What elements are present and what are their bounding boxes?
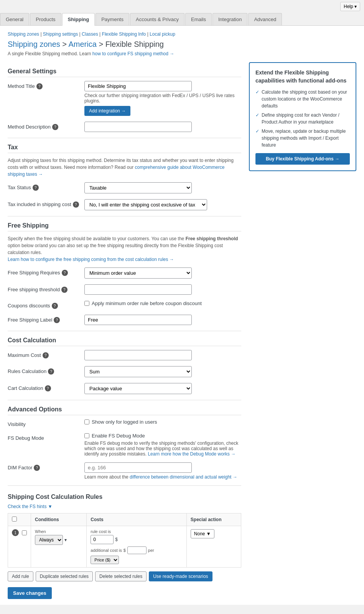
dim-factor-help[interactable]: ?: [34, 465, 40, 471]
promo-features-list: Calculate the shipping cost based on you…: [255, 89, 350, 149]
shipping-sub-nav: Shipping zones | Shipping settings | Cla…: [8, 31, 356, 37]
add-integration-button[interactable]: Add integration →: [84, 106, 130, 116]
promo-feature-1: Calculate the shipping cost based on you…: [255, 89, 350, 109]
dim-factor-input[interactable]: [84, 462, 192, 473]
tax-status-select[interactable]: Taxable None: [84, 182, 192, 193]
price-select-wrapper: Price ($) Weight Quantity Volume: [91, 556, 182, 564]
rules-calculation-select[interactable]: Sum Smallest value Biggest value: [84, 366, 192, 377]
tax-included-select[interactable]: No, I will enter the shipping cost exclu…: [84, 199, 207, 210]
rule-row-checkbox[interactable]: [22, 530, 27, 535]
tab-advanced[interactable]: Advanced: [248, 13, 282, 25]
select-all-checkbox[interactable]: [12, 517, 17, 522]
col-conditions: Conditions: [31, 513, 87, 526]
delete-rules-button[interactable]: Delete selected rules: [95, 571, 147, 581]
rule-cost-input[interactable]: [91, 535, 114, 544]
maximum-cost-row: Maximum Cost ?: [8, 350, 241, 360]
table-row: 1 When Always: [8, 526, 241, 568]
tab-shipping[interactable]: Shipping: [62, 13, 95, 26]
none-dropdown-button[interactable]: None ▼: [191, 529, 214, 538]
method-description-help[interactable]: ?: [52, 124, 58, 130]
tab-general[interactable]: General: [0, 13, 29, 25]
tab-emails[interactable]: Emails: [185, 13, 212, 25]
help-button[interactable]: Help ▾: [340, 2, 360, 11]
promo-sidebar: Extend the Flexible Shipping capabilitie…: [249, 62, 356, 599]
maximum-cost-input[interactable]: [84, 350, 192, 360]
method-description-input[interactable]: [84, 122, 192, 132]
fs-hints-link[interactable]: Check the FS hints ▼: [8, 504, 53, 509]
cart-calculation-select[interactable]: Package value Cart value: [84, 383, 192, 394]
additional-cost-label: additional cost is: [91, 548, 122, 553]
tab-accounts-privacy[interactable]: Accounts & Privacy: [130, 13, 184, 25]
local-pickup-link[interactable]: Local pickup: [150, 31, 175, 37]
rules-table: Conditions Costs Special action 1: [8, 513, 241, 568]
visibility-label: Show only for logged in users: [92, 419, 157, 425]
free-shipping-label-help[interactable]: ?: [54, 317, 60, 323]
buy-addons-button[interactable]: Buy Flexible Shipping Add-ons →: [255, 153, 350, 165]
chevron-down-icon: ▾: [64, 537, 67, 543]
free-shipping-requires-select[interactable]: Minimum order value Coupon Minimum order…: [84, 267, 192, 279]
duplicate-rules-button[interactable]: Duplicate selected rules: [36, 571, 93, 581]
price-select[interactable]: Price ($) Weight Quantity Volume: [91, 556, 119, 564]
tax-section-title: Tax: [8, 144, 241, 153]
general-settings-title: General Settings: [8, 68, 241, 77]
page-subtitle: A single Flexible Shipping method. Learn…: [8, 51, 356, 56]
free-shipping-label-input[interactable]: [84, 315, 192, 325]
shipping-zones-breadcrumb-link[interactable]: Shipping zones: [8, 40, 60, 48]
when-label: When: [35, 529, 82, 534]
promo-feature-2: Define shipping cost for each Vendor / P…: [255, 112, 350, 125]
fs-debug-mode-checkbox[interactable]: [84, 433, 89, 438]
method-title-row: Method Title ? Check our further shippin…: [8, 81, 241, 116]
free-shipping-rules-link[interactable]: Learn how to configure the free shipping…: [8, 257, 174, 262]
rule-conditions-cell: When Always ▾: [31, 526, 87, 568]
configure-fs-link[interactable]: how to configure FS shipping method →: [92, 51, 174, 56]
always-select[interactable]: Always: [35, 535, 63, 545]
currency-symbol-2: $: [124, 548, 126, 553]
tax-included-help[interactable]: ?: [73, 201, 79, 208]
tab-products[interactable]: Products: [30, 13, 61, 25]
maximum-cost-help[interactable]: ?: [43, 352, 49, 358]
cart-calculation-help[interactable]: ?: [45, 385, 51, 391]
free-shipping-title: Free Shipping: [8, 222, 241, 231]
free-shipping-threshold-help[interactable]: ?: [61, 287, 68, 293]
ready-made-scenarios-button[interactable]: Use ready-made scenarios: [149, 571, 212, 581]
page-breadcrumb: Shipping zones > America > Flexible Ship…: [8, 40, 356, 49]
additional-cost-input[interactable]: [127, 546, 147, 554]
free-shipping-requires-help[interactable]: ?: [62, 270, 68, 276]
dim-factor-link[interactable]: difference between dimensional and actua…: [130, 474, 237, 480]
shipping-zones-link[interactable]: Shipping zones: [8, 31, 39, 37]
tab-payments[interactable]: Payments: [96, 13, 129, 25]
cost-calculation-title: Cost Calculation: [8, 337, 241, 346]
current-page-label: Flexible Shipping: [105, 40, 164, 48]
rule-cost-label: rule cost is: [91, 529, 182, 534]
save-changes-button[interactable]: Save changes: [8, 587, 52, 599]
rules-table-header-row: Conditions Costs Special action: [8, 513, 241, 526]
row-number: 1: [12, 529, 19, 536]
method-title-input[interactable]: [84, 81, 192, 91]
free-shipping-threshold-row: Free shipping threshold ?: [8, 284, 241, 295]
cost-input-row: $: [91, 535, 182, 544]
debug-mode-link[interactable]: Learn more how the Debug Mode works →: [148, 451, 236, 457]
additional-cost-row: additional cost is $ per: [91, 546, 182, 554]
free-shipping-requires-row: Free Shipping Requires ? Minimum order v…: [8, 267, 241, 279]
col-special-action: Special action: [186, 513, 241, 526]
tax-included-row: Tax included in shipping cost ? No, I wi…: [8, 199, 241, 210]
america-breadcrumb-link[interactable]: America: [68, 40, 96, 48]
coupons-discounts-help[interactable]: ?: [52, 303, 58, 309]
tab-integration[interactable]: Integration: [212, 13, 247, 25]
classes-link[interactable]: Classes: [82, 31, 98, 37]
add-rule-button[interactable]: Add rule: [8, 571, 33, 581]
shipping-settings-link[interactable]: Shipping settings: [43, 31, 78, 37]
main-nav: General Products Shipping Payments Accou…: [0, 13, 364, 26]
method-title-help[interactable]: ?: [36, 83, 43, 89]
promo-feature-3: Move, replace, update or backup multiple…: [255, 128, 350, 149]
free-shipping-threshold-input[interactable]: [84, 284, 192, 295]
tax-status-help[interactable]: ?: [33, 185, 39, 191]
tax-section-description: Adjust shipping taxes for this shipping …: [8, 157, 241, 178]
rules-calculation-help[interactable]: ?: [48, 368, 54, 375]
per-label: per: [148, 548, 154, 553]
coupons-discounts-checkbox[interactable]: [84, 301, 89, 306]
visibility-checkbox[interactable]: [84, 419, 89, 424]
flexible-shipping-info-link[interactable]: Flexible Shipping Info: [102, 31, 146, 37]
rule-special-action-cell: None ▼: [186, 526, 241, 568]
method-description-row: Method Description ?: [8, 122, 241, 132]
